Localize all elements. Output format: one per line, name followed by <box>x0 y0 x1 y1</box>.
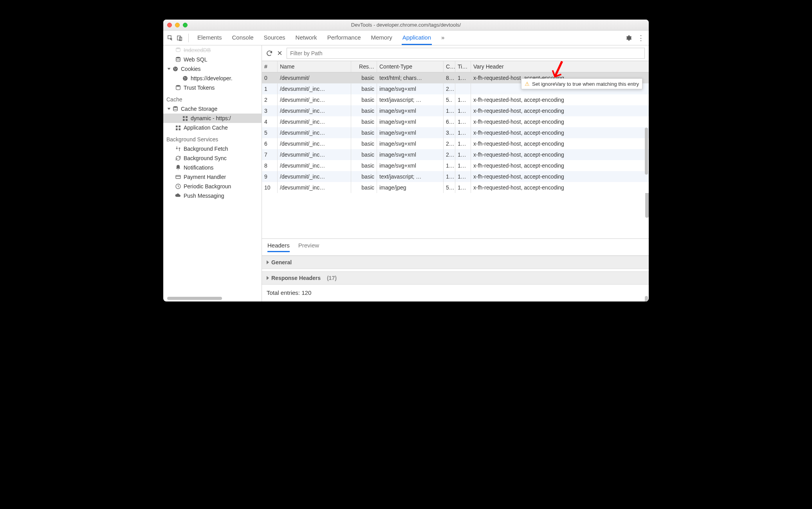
table-cell: /devsummit/_inc… <box>278 171 351 182</box>
sidebar-item-payment[interactable]: Payment Handler <box>163 172 262 182</box>
cache-entries-table: # Name Res… Content-Type C.. Ti… Vary He… <box>262 61 649 239</box>
tab-console[interactable]: Console <box>231 31 254 45</box>
table-cell: 1… <box>455 116 471 127</box>
table-cell: 8… <box>444 72 455 83</box>
table-cell: 3… <box>444 127 455 138</box>
svg-point-12 <box>184 79 185 79</box>
col-response[interactable]: Res… <box>351 61 377 72</box>
sidebar-item-websql[interactable]: Web SQL <box>163 55 262 64</box>
sidebar-label: dynamic - https:/ <box>191 115 231 121</box>
sidebar-label: Notifications <box>184 164 213 171</box>
table-cell: 1… <box>455 94 471 105</box>
detail-tab-preview[interactable]: Preview <box>298 242 319 252</box>
svg-point-7 <box>176 68 177 69</box>
section-response-headers[interactable]: Response Headers (17) <box>262 271 649 285</box>
tab-memory[interactable]: Memory <box>370 31 393 45</box>
refresh-icon[interactable] <box>266 50 273 57</box>
table-cell: 1… <box>455 160 471 171</box>
inspect-icon[interactable] <box>167 35 173 41</box>
sidebar-item-notifications[interactable]: Notifications <box>163 163 262 172</box>
table-row[interactable]: 2/devsummit/_inc…basictext/javascript; …… <box>262 94 649 105</box>
table-cell: image/svg+xml <box>377 160 444 171</box>
sidebar-horizontal-scrollbar[interactable] <box>167 297 222 300</box>
table-cell: basic <box>351 160 377 171</box>
table-cell: /devsummit/_inc… <box>278 149 351 160</box>
device-toggle-icon[interactable] <box>177 35 183 41</box>
tab-elements[interactable]: Elements <box>197 31 223 45</box>
panel-vertical-scrollbar[interactable] <box>645 128 648 175</box>
table-row[interactable]: 5/devsummit/_inc…basicimage/svg+xml3…1…x… <box>262 127 649 138</box>
col-time-cached[interactable]: Ti… <box>455 61 471 72</box>
clear-icon[interactable] <box>277 50 283 56</box>
table-cell: /devsummit/_inc… <box>278 138 351 149</box>
table-cell: image/svg+xml <box>377 149 444 160</box>
sidebar-item-appcache[interactable]: Application Cache <box>163 123 262 132</box>
sidebar-item-indexeddb[interactable]: IndexedDB <box>163 45 262 55</box>
table-row[interactable]: 3/devsummit/_inc…basicimage/svg+xml1…1…x… <box>262 105 649 116</box>
col-vary-header[interactable]: Vary Header <box>471 61 649 72</box>
detail-vertical-scrollbar[interactable] <box>645 296 648 301</box>
tab-network[interactable]: Network <box>295 31 318 45</box>
tab-application[interactable]: Application <box>402 31 432 45</box>
sidebar-item-trust-tokens[interactable]: Trust Tokens <box>163 83 262 92</box>
table-cell: 1… <box>444 105 455 116</box>
sidebar-item-cache-storage[interactable]: Cache Storage <box>163 104 262 114</box>
sidebar-item-cookies[interactable]: Cookies <box>163 64 262 74</box>
sidebar-item-bg-fetch[interactable]: Background Fetch <box>163 144 262 153</box>
table-cell: /devsummit/_inc… <box>278 160 351 171</box>
table-row[interactable]: 6/devsummit/_inc…basicimage/svg+xml2…1…x… <box>262 138 649 149</box>
total-entries: Total entries: 120 <box>262 285 649 301</box>
col-name[interactable]: Name <box>278 61 351 72</box>
table-cell: 2… <box>444 138 455 149</box>
disclosure-triangle-icon[interactable] <box>168 108 171 110</box>
table-cell: image/jpeg <box>377 182 444 193</box>
table-cell: basic <box>351 138 377 149</box>
filter-bar <box>262 45 649 61</box>
sidebar-item-cache-dynamic[interactable]: dynamic - https:/ <box>163 114 262 123</box>
svg-point-9 <box>183 76 188 81</box>
tabs-overflow[interactable]: » <box>440 31 445 45</box>
svg-rect-21 <box>176 128 178 130</box>
section-general[interactable]: General <box>262 256 649 269</box>
filter-input[interactable] <box>287 48 645 59</box>
table-cell: x-fh-requested-host, accept-encoding <box>471 105 649 116</box>
tab-sources[interactable]: Sources <box>263 31 286 45</box>
col-index[interactable]: # <box>262 61 278 72</box>
table-row[interactable]: 9/devsummit/_inc…basictext/javascript; …… <box>262 171 649 182</box>
col-content-length[interactable]: C.. <box>444 61 455 72</box>
sidebar-label: https://developer. <box>191 75 233 81</box>
disclosure-triangle-icon[interactable] <box>168 68 171 70</box>
table-row[interactable]: 4/devsummit/_inc…basicimage/svg+xml6…1…x… <box>262 116 649 127</box>
tab-performance[interactable]: Performance <box>327 31 362 45</box>
settings-icon[interactable] <box>625 34 632 42</box>
table-header: # Name Res… Content-Type C.. Ti… Vary He… <box>262 61 649 72</box>
table-cell: 1 <box>262 83 278 94</box>
table-cell: x-fh-requested-host, accept-encoding <box>471 94 649 105</box>
table-row[interactable]: 10/devsummit/_inc…basicimage/jpeg5…1…x-f… <box>262 182 649 193</box>
table-cell: text/html; chars… <box>377 72 444 83</box>
svg-point-13 <box>176 85 180 87</box>
table-row[interactable]: 8/devsummit/_inc…basicimage/svg+xml1…1…x… <box>262 160 649 171</box>
sidebar-item-bg-sync[interactable]: Background Sync <box>163 153 262 163</box>
table-cell: basic <box>351 105 377 116</box>
sidebar-label: Application Cache <box>184 125 228 131</box>
detail-tab-headers[interactable]: Headers <box>267 242 290 252</box>
table-cell: x-fh-requested-host, accept-encoding <box>471 127 649 138</box>
table-cell: basic <box>351 171 377 182</box>
table-cell: image/svg+xml <box>377 105 444 116</box>
table-row[interactable]: 7/devsummit/_inc…basicimage/svg+xml2…1…x… <box>262 149 649 160</box>
sidebar-label: Push Messaging <box>184 193 224 199</box>
sidebar-item-periodic-bg[interactable]: Periodic Backgroun <box>163 182 262 191</box>
kebab-menu-icon[interactable]: ⋮ <box>637 34 645 42</box>
table-cell: 6 <box>262 138 278 149</box>
sidebar-item-cookie-origin[interactable]: https://developer. <box>163 74 262 83</box>
sidebar-item-push[interactable]: Push Messaging <box>163 191 262 200</box>
svg-rect-1 <box>177 36 180 40</box>
vary-warning-tooltip: ⚠ Set ignoreVary to true when matching t… <box>521 78 642 89</box>
table-cell: x-fh-requested-host, accept-encoding <box>471 149 649 160</box>
table-cell: basic <box>351 116 377 127</box>
svg-rect-23 <box>176 175 180 179</box>
svg-rect-16 <box>186 116 188 118</box>
col-content-type[interactable]: Content-Type <box>377 61 444 72</box>
sidebar-label: Background Fetch <box>184 146 228 152</box>
